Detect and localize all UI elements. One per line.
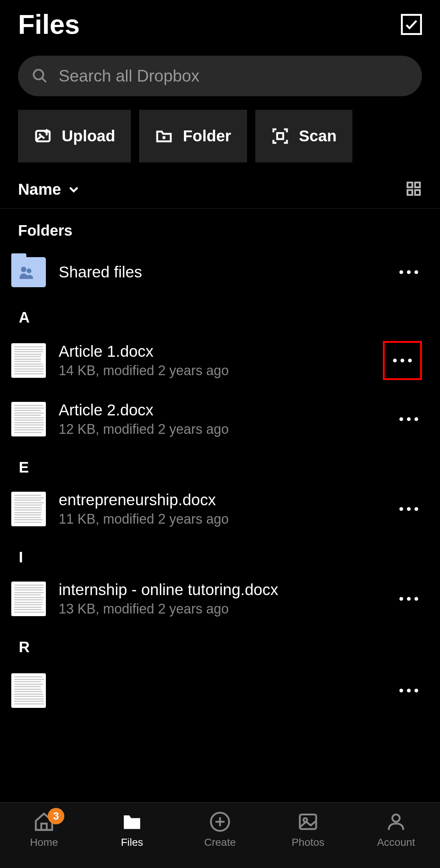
search-icon <box>32 68 48 84</box>
upload-icon <box>34 127 52 145</box>
view-toggle-button[interactable] <box>405 180 422 198</box>
svg-rect-8 <box>408 183 413 188</box>
svg-point-3 <box>39 133 41 136</box>
more-options-button[interactable] <box>396 586 422 612</box>
upload-button[interactable]: Upload <box>18 110 131 162</box>
document-thumb <box>11 343 46 378</box>
svg-line-1 <box>42 78 46 82</box>
folder-plus-icon <box>155 127 173 145</box>
file-meta: 13 KB, modified 2 years ago <box>59 601 396 617</box>
search-input[interactable]: Search all Dropbox <box>18 56 422 96</box>
more-options-button[interactable] <box>396 496 422 522</box>
tab-photos-label: Photos <box>291 836 324 848</box>
folder-icon <box>121 811 143 833</box>
file-meta: 14 KB, modified 2 years ago <box>59 363 383 379</box>
chevron-down-icon <box>66 182 81 197</box>
shared-folder-icon <box>11 257 46 287</box>
svg-rect-11 <box>415 190 420 195</box>
document-thumb <box>11 492 46 526</box>
section-letter: R <box>0 627 440 660</box>
search-placeholder: Search all Dropbox <box>59 67 199 85</box>
tab-create-label: Create <box>204 836 236 848</box>
tab-account-label: Account <box>377 836 415 848</box>
more-options-button[interactable] <box>383 341 422 380</box>
svg-point-12 <box>21 267 26 272</box>
document-thumb <box>11 673 46 708</box>
file-item[interactable]: entrepreneurship.docx11 KB, modified 2 y… <box>0 480 440 538</box>
folder-label: Folder <box>183 127 231 145</box>
tab-photos[interactable]: Photos <box>274 811 342 848</box>
scan-button[interactable]: Scan <box>255 110 352 162</box>
new-folder-button[interactable]: Folder <box>139 110 247 162</box>
section-letter: I <box>0 538 440 570</box>
file-item[interactable]: internship - online tutoring.docx13 KB, … <box>0 570 440 627</box>
tab-files[interactable]: Files <box>98 811 166 848</box>
file-meta <box>59 695 396 710</box>
svg-point-0 <box>34 70 44 80</box>
folder-name: Shared files <box>59 263 396 281</box>
sort-label-text: Name <box>18 180 61 198</box>
tab-home-label: Home <box>30 836 58 848</box>
page-title: Files <box>18 9 80 40</box>
tab-home[interactable]: 3 Home <box>10 811 78 848</box>
folder-item[interactable]: Shared files <box>0 247 440 298</box>
grid-icon <box>405 180 422 197</box>
section-letter: A <box>0 298 440 330</box>
home-badge: 3 <box>48 808 64 824</box>
tab-files-label: Files <box>121 836 143 848</box>
select-mode-button[interactable] <box>401 14 422 35</box>
svg-rect-14 <box>41 824 47 830</box>
svg-point-20 <box>392 815 399 822</box>
scan-icon <box>271 127 289 145</box>
svg-rect-7 <box>277 133 283 139</box>
file-meta: 12 KB, modified 2 years ago <box>59 421 396 437</box>
svg-point-13 <box>27 268 32 273</box>
file-item[interactable]: Article 1.docx14 KB, modified 2 years ag… <box>0 330 440 391</box>
document-thumb <box>11 402 46 436</box>
file-item[interactable] <box>0 660 440 721</box>
section-letter: E <box>0 448 440 480</box>
file-name: internship - online tutoring.docx <box>59 581 396 599</box>
document-thumb <box>11 582 46 616</box>
bottom-tab-bar: 3 Home Files Create Photos Account <box>0 802 440 868</box>
sort-button[interactable]: Name <box>18 180 81 198</box>
tab-account[interactable]: Account <box>362 811 430 848</box>
plus-circle-icon <box>209 811 231 833</box>
account-icon <box>385 811 407 833</box>
file-name: entrepreneurship.docx <box>59 491 396 509</box>
file-name: Article 2.docx <box>59 401 396 419</box>
file-meta: 11 KB, modified 2 years ago <box>59 511 396 527</box>
file-name: Article 1.docx <box>59 342 383 361</box>
scan-label: Scan <box>299 127 337 145</box>
upload-label: Upload <box>62 127 115 145</box>
more-options-button[interactable] <box>396 677 422 704</box>
more-options-button[interactable] <box>396 406 422 432</box>
folders-section-header: Folders <box>0 209 440 247</box>
photo-icon <box>297 811 319 833</box>
checkmark-icon <box>404 17 419 32</box>
svg-rect-9 <box>415 183 420 188</box>
file-item[interactable]: Article 2.docx12 KB, modified 2 years ag… <box>0 391 440 448</box>
svg-rect-10 <box>408 190 413 195</box>
tab-create[interactable]: Create <box>186 811 254 848</box>
more-options-button[interactable] <box>396 259 422 285</box>
